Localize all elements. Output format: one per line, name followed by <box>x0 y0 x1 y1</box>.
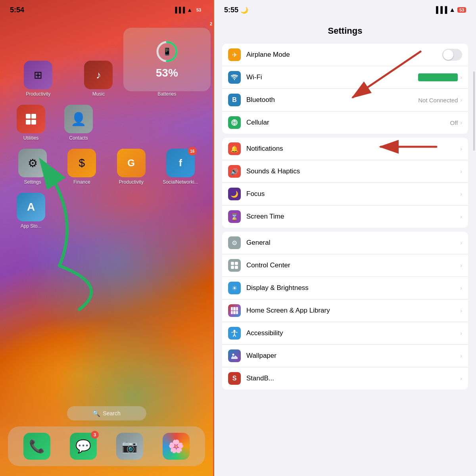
right-panel: 5:55 🌙 ▐▐▐ ▲ 53 Settings ✈ Airplane Mode <box>214 0 476 476</box>
settings-item-wifi[interactable]: Wi-Fi › <box>222 66 468 89</box>
airplane-toggle[interactable] <box>442 49 462 61</box>
sounds-label: Sounds & Haptics <box>246 167 460 175</box>
svg-point-10 <box>232 354 234 356</box>
right-wifi-icon: ▲ <box>449 6 455 13</box>
app-icon-utilities <box>17 105 45 133</box>
left-time: 5:54 <box>10 6 24 14</box>
app-icon-appstore: A <box>17 193 45 221</box>
settings-group-notifications: 🔔 Notifications › 🔊 Sounds & Haptics › 🌙… <box>222 138 468 228</box>
settings-content: ✈ Airplane Mode Wi-Fi › <box>214 40 476 476</box>
settings-item-notifications[interactable]: 🔔 Notifications › <box>222 138 468 160</box>
dock-messages[interactable]: 💬 3 <box>70 433 97 460</box>
settings-item-controlcenter[interactable]: Control Center › <box>222 254 468 277</box>
general-chevron: › <box>460 240 462 246</box>
search-placeholder: Search <box>103 410 120 416</box>
svg-point-6 <box>234 330 236 332</box>
dock-camera[interactable]: 📷 <box>116 433 143 460</box>
app-label-settings: Settings <box>24 179 41 185</box>
app-productivity[interactable]: ⊞ Productivity <box>18 61 58 97</box>
battery-percent: 53% <box>156 67 178 79</box>
focus-label: Focus <box>246 190 460 198</box>
display-icon: ☀ <box>228 282 241 294</box>
general-label: General <box>246 239 460 247</box>
standby-chevron: › <box>460 375 462 382</box>
airplane-icon: ✈ <box>228 48 241 61</box>
settings-item-bluetooth[interactable]: B Bluetooth Not Connected › <box>222 89 468 111</box>
homescreen-label: Home Screen & App Library <box>246 307 460 315</box>
settings-item-accessibility[interactable]: Accessibility › <box>222 322 468 345</box>
app-settings[interactable]: ⚙ 2 Settings <box>13 149 52 185</box>
wifi-settings-icon <box>228 71 241 84</box>
right-status-icons: ▐▐▐ ▲ 53 <box>434 6 466 13</box>
general-icon: ⚙ <box>228 236 241 249</box>
app-utilities[interactable]: Utilities <box>11 105 51 141</box>
app-icon-contacts: 👤 <box>64 105 93 133</box>
notifications-label: Notifications <box>246 145 460 153</box>
app-icon-finance: $ <box>67 149 96 177</box>
right-battery-badge: 53 <box>457 7 466 13</box>
search-bar[interactable]: 🔍 Search <box>67 406 146 420</box>
wallpaper-icon <box>228 349 241 362</box>
search-icon: 🔍 <box>92 410 100 417</box>
settings-item-standby[interactable]: S StandB... › <box>222 367 468 390</box>
bluetooth-value: Not Connected <box>418 97 458 104</box>
dock-phone[interactable]: 📞 <box>23 433 50 460</box>
app-row-1: ⊞ Productivity ♪ Music � <box>8 28 205 97</box>
bluetooth-icon: B <box>228 94 241 106</box>
settings-item-wallpaper[interactable]: Wallpaper › <box>222 345 468 367</box>
app-contacts[interactable]: 👤 Contacts <box>59 105 98 141</box>
dock: 📞 💬 3 📷 🌸 <box>8 426 205 466</box>
settings-item-general[interactable]: ⚙ General › <box>222 232 468 254</box>
batteries-widget[interactable]: 📱 53% Batteries <box>139 28 195 97</box>
app-productivity2[interactable]: G Productivity <box>111 149 151 185</box>
settings-item-homescreen[interactable]: Home Screen & App Library › <box>222 299 468 322</box>
app-row-3: ⚙ 2 Settings $ Finance G Productivity f <box>8 149 205 185</box>
settings-item-focus[interactable]: 🌙 Focus › <box>222 183 468 205</box>
app-socialnetwork[interactable]: f 16 SocialNetworki... <box>161 149 200 185</box>
wifi-icon: ▲ <box>187 7 192 13</box>
app-label-appstore: App Sto... <box>21 223 42 229</box>
left-status-icons: ▐▐▐ ▲ 53 <box>173 7 203 13</box>
accessibility-chevron: › <box>460 330 462 336</box>
homescreen-chevron: › <box>460 307 462 314</box>
app-label-productivity: Productivity <box>26 91 50 97</box>
controlcenter-icon <box>228 259 241 272</box>
wifi-network-bar <box>418 73 458 81</box>
airplane-label: Airplane Mode <box>246 51 442 59</box>
dock-photos[interactable]: 🌸 <box>163 433 190 460</box>
settings-badge: 2 <box>207 20 214 28</box>
app-appstore[interactable]: A App Sto... <box>11 193 51 229</box>
left-panel: 5:54 ▐▐▐ ▲ 53 ⊞ Productivity ♪ Music <box>0 0 214 476</box>
sounds-chevron: › <box>460 168 462 175</box>
settings-group-personalization: ⚙ General › Control Center › <box>222 232 468 390</box>
app-music[interactable]: ♪ Music <box>79 61 118 97</box>
app-finance[interactable]: $ Finance <box>62 149 102 185</box>
app-label-productivity2: Productivity <box>119 179 144 185</box>
app-icon-music: ♪ <box>84 61 113 89</box>
settings-item-sounds[interactable]: 🔊 Sounds & Haptics › <box>222 160 468 183</box>
app-label-batteries: Batteries <box>157 91 176 97</box>
settings-item-cellular[interactable]: Cellular Off › <box>222 111 468 134</box>
bluetooth-chevron: › <box>460 97 462 103</box>
controlcenter-label: Control Center <box>246 261 460 269</box>
home-content: ⊞ Productivity ♪ Music � <box>0 22 213 424</box>
battery-widget-container: 📱 53% <box>123 28 211 91</box>
signal-icon: ▐▐▐ <box>173 7 185 13</box>
settings-item-airplane[interactable]: ✈ Airplane Mode <box>222 44 468 66</box>
accessibility-icon <box>228 327 241 340</box>
app-label-finance: Finance <box>73 179 90 185</box>
right-signal-icon: ▐▐▐ <box>434 6 447 13</box>
notifications-icon: 🔔 <box>228 142 241 155</box>
app-label-music: Music <box>92 91 105 97</box>
standby-label: StandB... <box>246 374 460 382</box>
app-icon-productivity: ⊞ <box>24 61 52 89</box>
settings-item-screentime[interactable]: ⌛ Screen Time › <box>222 205 468 228</box>
settings-item-display[interactable]: ☀ Display & Brightness › <box>222 277 468 299</box>
messages-badge: 3 <box>91 431 99 439</box>
app-label-social: SocialNetworki... <box>163 179 198 185</box>
cellular-label: Cellular <box>246 119 450 127</box>
focus-chevron: › <box>460 191 462 197</box>
app-label-contacts: Contacts <box>69 135 88 141</box>
app-row-4: A App Sto... <box>8 193 205 229</box>
sounds-icon: 🔊 <box>228 165 241 178</box>
